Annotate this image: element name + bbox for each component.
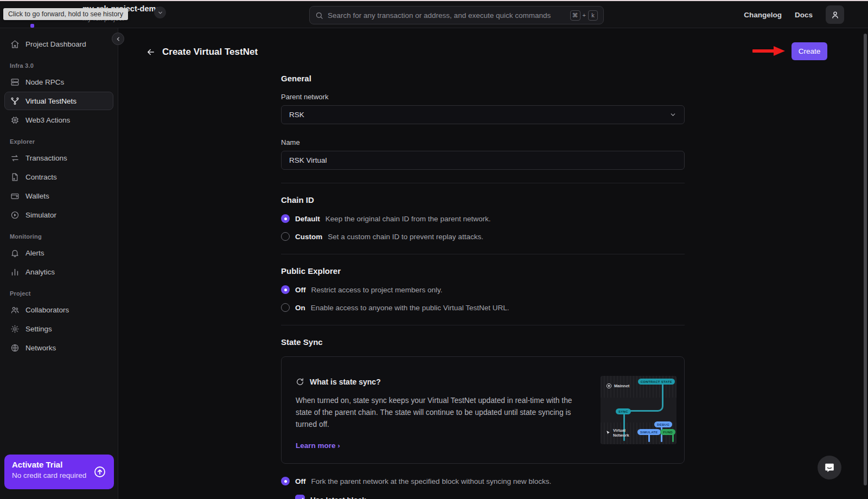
- sync-card-body: When turned on, state sync keeps your Vi…: [296, 395, 590, 431]
- use-latest-block-row[interactable]: Use latest block: [295, 495, 685, 499]
- search-icon: [315, 11, 323, 20]
- chain-id-heading: Chain ID: [281, 195, 685, 204]
- parent-network-select[interactable]: RSK: [281, 105, 685, 124]
- sync-card-title: What is state sync?: [310, 378, 381, 386]
- virtual-network-node: Virtual Network: [605, 428, 631, 438]
- parent-network-label: Parent network: [281, 93, 685, 101]
- sidebar-item-label: Simulator: [25, 211, 56, 219]
- sidebar-item-transactions[interactable]: Transactions: [4, 149, 113, 167]
- sidebar-item-label: Analytics: [25, 268, 55, 276]
- trial-title: Activate Trial: [12, 460, 106, 469]
- sidebar-item-collaborators[interactable]: Collaborators: [4, 300, 113, 319]
- simulate-flow-line: [648, 434, 650, 442]
- sidebar-item-contracts[interactable]: Contracts: [4, 168, 113, 186]
- radio-label: Off: [295, 286, 306, 294]
- learn-more-label: Learn more: [296, 442, 336, 450]
- sidebar-collapse-button[interactable]: [112, 33, 124, 45]
- sidebar-item-web3-actions[interactable]: Web3 Actions: [4, 111, 113, 129]
- radio-selected-icon[interactable]: [281, 477, 290, 485]
- changelog-link[interactable]: Changelog: [744, 11, 782, 19]
- sidebar: Project Dashboard Infra 3.0 Node RPCs Vi…: [0, 28, 118, 499]
- radio-label: Off: [295, 477, 306, 485]
- chip-icon: [10, 116, 20, 125]
- sync-flow-line: [624, 385, 663, 412]
- sidebar-item-project-dashboard[interactable]: Project Dashboard: [4, 35, 113, 53]
- contract-state-badge: CONTRACT STATE: [638, 379, 675, 385]
- name-input[interactable]: [289, 156, 676, 164]
- sidebar-item-node-rpcs[interactable]: Node RPCs: [4, 73, 113, 91]
- name-label: Name: [281, 138, 685, 146]
- sidebar-item-label: Web3 Actions: [25, 116, 70, 124]
- account-menu-button[interactable]: [826, 5, 844, 24]
- radio-chain-id-default[interactable]: Default Keep the original chain ID from …: [281, 214, 685, 223]
- radio-chain-id-custom[interactable]: Custom Set a custom chain ID to prevent …: [281, 232, 685, 241]
- virtual-network-label: Virtual Network: [613, 428, 631, 438]
- radio-desc: Keep the original chain ID from the pare…: [326, 215, 491, 223]
- sidebar-item-label: Collaborators: [25, 306, 69, 314]
- sidebar-item-label: Project Dashboard: [25, 40, 86, 48]
- radio-explorer-off[interactable]: Off Restrict access to project members o…: [281, 285, 685, 294]
- learn-more-link[interactable]: Learn more ›: [296, 442, 340, 450]
- create-testnet-form: General Parent network RSK Name Chain ID…: [281, 74, 685, 499]
- sidebar-item-alerts[interactable]: Alerts: [4, 244, 113, 262]
- tenderly-logo[interactable]: [30, 24, 34, 28]
- sidebar-item-wallets[interactable]: Wallets: [4, 187, 113, 205]
- k-key: k: [588, 10, 598, 21]
- mainnet-label: Mainnet: [614, 383, 629, 388]
- debug-badge: DEBUG: [654, 421, 672, 427]
- radio-desc: Set a custom chain ID to prevent replay …: [328, 233, 483, 241]
- radio-selected-icon[interactable]: [281, 214, 290, 223]
- sidebar-item-virtual-testnets[interactable]: Virtual TestNets: [4, 92, 113, 110]
- users-icon: [10, 305, 20, 315]
- arrow-up-circle-icon: [93, 465, 106, 478]
- sidebar-item-label: Node RPCs: [25, 78, 64, 86]
- checkbox-checked-icon[interactable]: [295, 495, 305, 499]
- state-sync-info-card: What is state sync? When turned on, stat…: [281, 356, 685, 464]
- project-chevron-button[interactable]: [154, 7, 166, 18]
- mainnet-icon: [606, 383, 612, 389]
- chat-bubble-icon: [824, 462, 835, 474]
- sidebar-item-label: Settings: [25, 325, 52, 333]
- sidebar-item-label: Wallets: [25, 192, 49, 200]
- sync-refresh-icon: [296, 378, 304, 386]
- user-icon: [831, 10, 840, 20]
- sidebar-item-label: Virtual TestNets: [25, 97, 76, 105]
- chevron-right-icon: ›: [337, 442, 340, 450]
- sidebar-item-analytics[interactable]: Analytics: [4, 263, 113, 281]
- chevron-left-icon: [116, 36, 121, 42]
- top-bar: my-rsk-project-demo my-rsk-project ⌘ + k…: [0, 1, 868, 28]
- radio-unselected-icon[interactable]: [281, 232, 290, 241]
- sidebar-item-label: Alerts: [25, 249, 44, 257]
- cmd-key: ⌘: [570, 10, 580, 21]
- bell-icon: [10, 248, 20, 258]
- create-button[interactable]: Create: [792, 42, 827, 60]
- page-scrollbar[interactable]: [864, 34, 867, 485]
- radio-desc: Fork the parent network at the specified…: [311, 477, 552, 485]
- mainnet-node: Mainnet: [606, 383, 629, 389]
- docs-link[interactable]: Docs: [795, 11, 813, 19]
- activate-trial-banner[interactable]: Activate Trial No credit card required: [4, 455, 114, 489]
- general-heading: General: [281, 74, 685, 83]
- global-search[interactable]: ⌘ + k: [309, 6, 604, 24]
- sidebar-item-networks[interactable]: Networks: [4, 338, 113, 357]
- browser-nav-tooltip: Click to go forward, hold to see history: [3, 8, 128, 20]
- back-button[interactable]: [144, 45, 158, 59]
- section-chain-id: Chain ID Default Keep the original chain…: [281, 183, 685, 254]
- shortcut-plus: +: [583, 12, 586, 18]
- checkbox-label: Use latest block: [310, 496, 366, 499]
- radio-state-sync-off[interactable]: Off Fork the parent network at the speci…: [281, 477, 685, 485]
- section-general: General Parent network RSK Name: [281, 74, 685, 183]
- intercom-chat-button[interactable]: [818, 456, 841, 479]
- radio-desc: Restrict access to project members only.: [311, 286, 443, 294]
- state-sync-illustration: Mainnet CONTRACT STATE SYNC DEBUG SIMULA…: [601, 376, 676, 444]
- chevron-down-icon: [157, 10, 163, 16]
- sidebar-item-simulator[interactable]: Simulator: [4, 206, 113, 224]
- chevron-down-icon: [669, 111, 676, 118]
- radio-selected-icon[interactable]: [281, 285, 290, 294]
- radio-explorer-on[interactable]: On Enable access to anyone with the publ…: [281, 303, 685, 312]
- radio-unselected-icon[interactable]: [281, 303, 290, 312]
- annotation-red-arrow: [752, 46, 786, 56]
- sidebar-item-label: Contracts: [25, 173, 57, 181]
- search-input[interactable]: [328, 11, 570, 20]
- sidebar-item-settings[interactable]: Settings: [4, 319, 113, 338]
